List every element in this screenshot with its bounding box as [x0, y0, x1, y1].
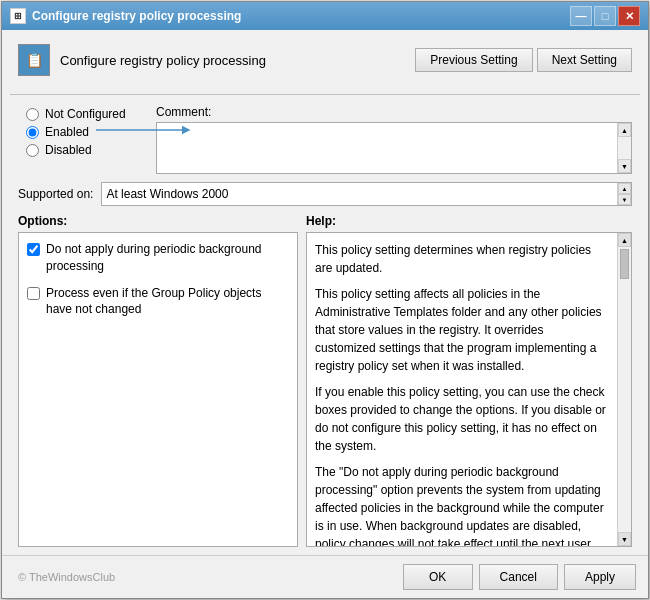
option-item-1: Do not apply during periodic background …: [27, 241, 289, 275]
option-checkbox-2[interactable]: [27, 287, 40, 300]
help-para-1: This policy setting determines when regi…: [315, 241, 607, 277]
options-box: Do not apply during periodic background …: [18, 232, 298, 547]
comment-scrollbar: ▲ ▼: [617, 123, 631, 173]
bottom-bar: © TheWindowsClub OK Cancel Apply: [2, 555, 648, 598]
help-label: Help:: [306, 214, 632, 228]
ok-button[interactable]: OK: [403, 564, 473, 590]
supported-scroll-down[interactable]: ▼: [618, 194, 631, 205]
radio-section: Not Configured Enabled: [18, 103, 148, 161]
comment-label: Comment:: [156, 103, 211, 119]
supported-value: At least Windows 2000: [102, 187, 617, 201]
radio-not-configured-input[interactable]: [26, 108, 39, 121]
options-label: Options:: [18, 214, 298, 228]
apply-button[interactable]: Apply: [564, 564, 636, 590]
watermark: © TheWindowsClub: [14, 571, 115, 583]
help-text: This policy setting determines when regi…: [315, 241, 623, 547]
help-scroll-up[interactable]: ▲: [618, 233, 631, 247]
window-icon: ⊞: [10, 8, 26, 24]
option-label-1: Do not apply during periodic background …: [46, 241, 289, 275]
help-scrollbar: ▲ ▼: [617, 233, 631, 546]
next-setting-button[interactable]: Next Setting: [537, 48, 632, 72]
title-bar: ⊞ Configure registry policy processing —…: [2, 2, 648, 30]
minimize-button[interactable]: —: [570, 6, 592, 26]
radio-enabled-input[interactable]: [26, 126, 39, 139]
header-title: Configure registry policy processing: [60, 53, 266, 68]
supported-scroll-up[interactable]: ▲: [618, 183, 631, 194]
nav-buttons: Previous Setting Next Setting: [415, 48, 632, 72]
comment-field-wrapper: ▲ ▼: [156, 122, 632, 174]
supported-scrollbar: ▲ ▼: [617, 183, 631, 205]
comment-scroll-down[interactable]: ▼: [618, 159, 631, 173]
comment-textarea[interactable]: [157, 123, 617, 173]
close-button[interactable]: ✕: [618, 6, 640, 26]
supported-label: Supported on:: [18, 187, 93, 201]
option-label-2: Process even if the Group Policy objects…: [46, 285, 289, 319]
divider-1: [10, 94, 640, 95]
options-help-row: Options: Do not apply during periodic ba…: [10, 214, 640, 547]
main-window: ⊞ Configure registry policy processing —…: [1, 1, 649, 599]
content-area: 📋 Configure registry policy processing P…: [2, 30, 648, 555]
help-box: This policy setting determines when regi…: [306, 232, 632, 547]
option-item-2: Process even if the Group Policy objects…: [27, 285, 289, 319]
policy-icon: 📋: [18, 44, 50, 76]
help-panel: Help: This policy setting determines whe…: [306, 214, 632, 547]
radio-disabled-input[interactable]: [26, 144, 39, 157]
cancel-button[interactable]: Cancel: [479, 564, 558, 590]
radio-disabled[interactable]: Disabled: [26, 143, 140, 157]
comment-scroll-up[interactable]: ▲: [618, 123, 631, 137]
options-panel: Options: Do not apply during periodic ba…: [18, 214, 298, 547]
window-title: Configure registry policy processing: [32, 9, 570, 23]
help-para-4: The "Do not apply during periodic backgr…: [315, 463, 607, 547]
maximize-button[interactable]: □: [594, 6, 616, 26]
previous-setting-button[interactable]: Previous Setting: [415, 48, 532, 72]
option-checkbox-1[interactable]: [27, 243, 40, 256]
radio-enabled[interactable]: Enabled: [26, 125, 140, 139]
help-para-2: This policy setting affects all policies…: [315, 285, 607, 375]
supported-wrapper: At least Windows 2000 ▲ ▼: [101, 182, 632, 206]
supported-row: Supported on: At least Windows 2000 ▲ ▼: [10, 178, 640, 210]
radio-not-configured[interactable]: Not Configured: [26, 107, 140, 121]
header-row: 📋 Configure registry policy processing P…: [10, 38, 640, 82]
title-bar-buttons: — □ ✕: [570, 6, 640, 26]
help-para-3: If you enable this policy setting, you c…: [315, 383, 607, 455]
help-scroll-down[interactable]: ▼: [618, 532, 631, 546]
